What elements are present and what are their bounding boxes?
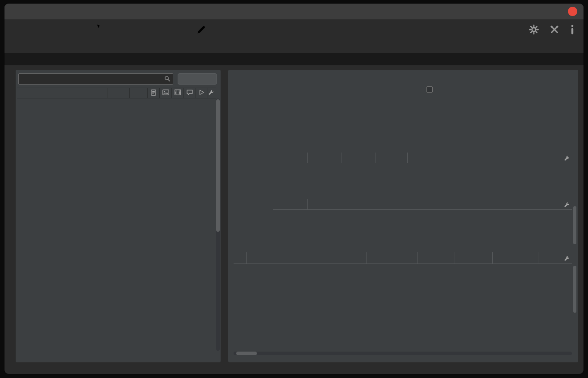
scrape-search-icon	[153, 23, 163, 36]
media-files-scrollbar[interactable]	[573, 266, 576, 313]
audio-table-header	[273, 153, 572, 163]
edit-button[interactable]	[190, 23, 213, 44]
hscrollbar-thumb[interactable]	[236, 352, 257, 355]
wrench-icon	[208, 89, 214, 97]
content-area	[4, 65, 584, 374]
update-sources-button[interactable]	[67, 23, 123, 44]
app-window	[4, 4, 584, 374]
edit-label	[201, 37, 202, 44]
original-file-row	[234, 96, 573, 105]
rename-cleanup-label	[247, 37, 249, 44]
document-icon	[151, 89, 156, 97]
scrollbar-thumb[interactable]	[216, 99, 220, 232]
movie-rows	[17, 98, 216, 351]
mf-col-resolution	[417, 252, 455, 263]
column-header-trailer[interactable]	[172, 88, 184, 98]
tab-media-files[interactable]	[273, 53, 288, 65]
toolbar	[4, 20, 584, 53]
subtitles-table-header	[273, 199, 572, 210]
mediafile-rows	[234, 264, 572, 349]
audio-col-codec	[307, 153, 341, 163]
subtitles-col-language	[307, 199, 572, 209]
subtitles-table-settings-button[interactable]	[564, 201, 570, 209]
search-icon[interactable]	[164, 76, 170, 84]
gear-icon	[529, 23, 539, 36]
audio-col-language	[407, 153, 572, 163]
movie-list-panel	[16, 70, 221, 362]
audio-table-settings-button[interactable]	[564, 155, 570, 163]
table-settings-button[interactable]	[208, 88, 216, 98]
column-header-rating[interactable]	[130, 88, 148, 98]
search-row	[18, 73, 218, 85]
tools-button[interactable]	[550, 23, 559, 44]
settings-button[interactable]	[529, 23, 539, 44]
audio-col-bitrate	[375, 153, 407, 163]
path-row	[234, 76, 573, 85]
info-label	[572, 37, 573, 44]
media-files-table-header	[234, 252, 572, 264]
tab-cast[interactable]	[251, 53, 267, 65]
panel-splitter[interactable]	[223, 207, 228, 225]
info-button[interactable]	[570, 23, 575, 44]
mf-col-codec	[366, 252, 417, 263]
play-icon	[199, 89, 205, 97]
column-header-watched[interactable]	[196, 88, 208, 98]
media-files-table-settings-button[interactable]	[564, 255, 570, 263]
date-added-row	[234, 86, 573, 95]
search-scrape-label	[157, 37, 158, 44]
speech-bubble-icon	[187, 89, 193, 97]
tab-movie-sets[interactable]	[37, 53, 52, 65]
tools-label	[554, 37, 555, 44]
column-header-year[interactable]	[107, 88, 130, 98]
detail-tabs	[230, 53, 330, 65]
tabstrip	[4, 53, 584, 65]
column-header-images[interactable]	[160, 88, 172, 98]
subtitles-col-source	[273, 199, 307, 209]
info-icon	[570, 23, 575, 36]
titlebar	[4, 4, 584, 20]
image-icon	[162, 89, 169, 97]
rename-icon	[243, 23, 254, 36]
details-scrollbar[interactable]	[573, 206, 576, 244]
column-header-subtitles[interactable]	[184, 88, 196, 98]
film-icon	[175, 89, 181, 97]
watched-checkbox[interactable]	[426, 86, 433, 93]
movie-list-scrollbar[interactable]	[216, 98, 220, 351]
update-sources-label	[94, 37, 96, 44]
close-button[interactable]	[568, 7, 577, 16]
video-info-grid	[273, 110, 573, 147]
audio-col-channels	[341, 153, 375, 163]
mf-col-type	[334, 252, 366, 263]
media-files-panel	[228, 70, 578, 362]
tab-trailer[interactable]	[315, 53, 330, 65]
tab-movies[interactable]	[16, 53, 31, 65]
subtitles-table	[273, 199, 572, 210]
main-tabs	[16, 53, 73, 65]
mf-col-filename	[246, 252, 334, 263]
window-controls	[552, 4, 577, 19]
audio-table	[273, 153, 572, 163]
refresh-icon	[89, 23, 101, 36]
rename-cleanup-button[interactable]	[218, 23, 278, 44]
movie-table-header	[17, 88, 216, 98]
mf-col-runtime	[455, 252, 492, 263]
search-scrape-button[interactable]	[130, 23, 186, 44]
edit-pencil-icon	[196, 23, 207, 36]
tools-icon	[550, 23, 559, 36]
column-header-title[interactable]	[17, 88, 107, 98]
tab-tv-shows[interactable]	[58, 53, 73, 65]
mf-col-subtitle	[492, 252, 538, 263]
audio-col-source	[273, 153, 307, 163]
search-input[interactable]	[18, 73, 173, 85]
tab-artwork[interactable]	[294, 53, 309, 65]
mf-col-icon	[234, 252, 246, 263]
media-files-table	[234, 252, 572, 349]
searchbox	[18, 73, 173, 85]
filter-button[interactable]	[178, 73, 217, 85]
tab-details[interactable]	[230, 53, 246, 65]
column-header-nfo[interactable]	[148, 88, 160, 98]
toolbar-right	[529, 23, 575, 44]
media-files-hscrollbar[interactable]	[234, 352, 572, 355]
